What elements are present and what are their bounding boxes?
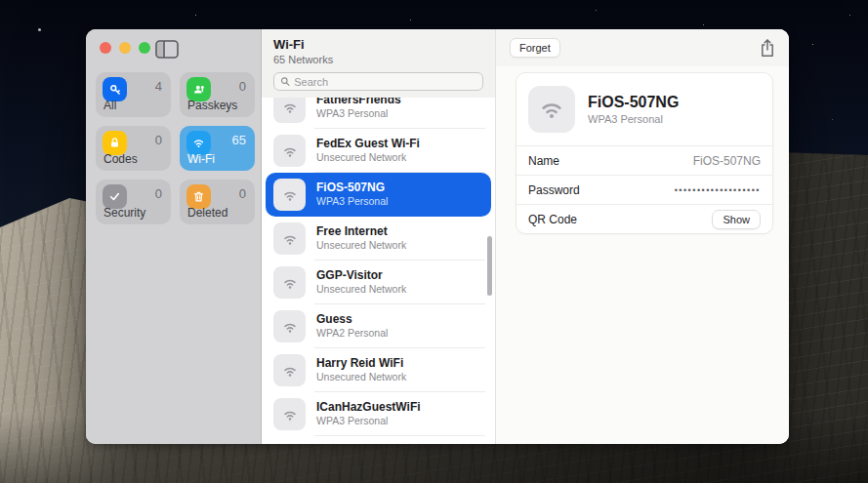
wifi-icon	[273, 398, 306, 430]
count-badge: 0	[239, 79, 246, 94]
zoom-button[interactable]	[139, 42, 150, 54]
scrollbar-thumb[interactable]	[487, 236, 492, 296]
wifi-icon	[273, 98, 306, 123]
sidebar-item-label: Security	[103, 206, 145, 220]
network-row[interactable]: ICanHazGuestWiFi WPA3 Personal	[266, 392, 491, 436]
password-row: Password •••••••••••••••••••	[517, 175, 772, 204]
search-icon	[280, 76, 290, 87]
name-label: Name	[528, 154, 559, 168]
count-badge: 0	[155, 133, 162, 147]
network-name: FedEx Guest Wi-Fi	[316, 137, 420, 151]
count-badge: 65	[232, 133, 246, 147]
wifi-icon	[273, 222, 306, 255]
network-name: Free Internet	[316, 224, 406, 239]
sidebar-item-passkeys[interactable]: 0 Passkeys	[180, 72, 255, 117]
network-row[interactable]: FathersFriends WPA3 Personal	[266, 98, 491, 129]
wifi-icon	[528, 86, 575, 133]
network-security: Unsecured Network	[316, 151, 420, 164]
network-name: FiOS-507NG	[316, 181, 388, 195]
network-security: WPA3 Personal	[316, 107, 401, 120]
password-masked-value: •••••••••••••••••••	[675, 185, 761, 195]
search-field[interactable]	[273, 72, 483, 91]
network-row[interactable]: GGP-Visitor Unsecured Network	[266, 261, 491, 304]
wallpaper-stars	[0, 0, 1, 1]
sidebar-item-label: Passkeys	[187, 99, 237, 112]
network-row[interactable]: Harry Reid WiFi Unsecured Network	[266, 348, 491, 392]
network-name: GGP-Visitor	[316, 268, 406, 283]
network-name: ICanHazGuestWiFi	[316, 400, 421, 415]
sidebar-item-codes[interactable]: 0 Codes	[96, 126, 171, 171]
count-badge: 0	[239, 186, 246, 201]
sidebar-item-deleted[interactable]: 0 Deleted	[180, 180, 255, 224]
qr-code-label: QR Code	[528, 213, 577, 226]
network-security: Unsecured Network	[316, 283, 406, 296]
password-label: Password	[528, 183, 580, 197]
network-row-selected[interactable]: FiOS-507NG WPA3 Personal	[266, 173, 491, 217]
wifi-icon	[273, 310, 306, 342]
count-badge: 0	[155, 186, 162, 201]
detail-toolbar: Forget	[496, 29, 789, 66]
network-security: Unsecured Network	[316, 239, 406, 252]
detail-panel: Forget FiOS-507NG WPA3 Personal Name FiO…	[496, 29, 789, 444]
name-value: FiOS-507NG	[693, 154, 761, 168]
network-list: FathersFriends WPA3 Personal FedEx Guest…	[262, 98, 495, 444]
count-badge: 4	[155, 79, 162, 94]
category-grid: 4 All 0 Passkeys 0 Codes	[96, 72, 255, 224]
network-security: Unsecured Network	[316, 371, 406, 383]
sidebar-item-label: Deleted	[187, 206, 227, 220]
network-detail-card: FiOS-507NG WPA3 Personal Name FiOS-507NG…	[516, 72, 773, 234]
sidebar-toggle-icon[interactable]	[155, 40, 179, 59]
name-row: Name FiOS-507NG	[517, 145, 772, 175]
forget-button[interactable]: Forget	[510, 38, 560, 58]
detail-header: FiOS-507NG WPA3 Personal	[517, 73, 772, 145]
list-title: Wi-Fi	[273, 37, 483, 52]
network-name: Guess	[316, 312, 388, 327]
wifi-icon	[273, 266, 306, 299]
wifi-icon	[273, 354, 306, 386]
sidebar-item-security[interactable]: 0 Security	[96, 180, 171, 224]
traffic-lights	[100, 42, 150, 54]
sidebar-item-label: All	[103, 99, 116, 112]
minimize-button[interactable]	[119, 42, 131, 54]
sidebar-item-wifi[interactable]: 65 Wi-Fi	[180, 126, 255, 171]
network-row[interactable]: Free Internet Unsecured Network	[266, 217, 491, 261]
network-name: FathersFriends	[316, 98, 401, 107]
sidebar: 4 All 0 Passkeys 0 Codes	[86, 29, 262, 444]
wifi-icon	[273, 135, 306, 167]
network-row[interactable]: Guess WPA2 Personal	[266, 304, 491, 348]
search-input[interactable]	[294, 76, 476, 88]
detail-subtitle: WPA3 Personal	[588, 113, 679, 125]
share-icon[interactable]	[760, 39, 775, 58]
network-security: WPA2 Personal	[316, 327, 388, 340]
network-list-column: Wi-Fi 65 Networks FathersFriends WPA3 Pe…	[262, 29, 496, 444]
list-header: Wi-Fi 65 Networks	[262, 29, 495, 98]
network-security: WPA3 Personal	[316, 415, 421, 427]
sidebar-item-all[interactable]: 4 All	[96, 72, 171, 117]
qr-code-row: QR Code Show	[517, 204, 772, 233]
wifi-icon	[273, 179, 306, 211]
network-row[interactable]: FedEx Guest Wi-Fi Unsecured Network	[266, 129, 491, 173]
network-security: WPA3 Personal	[316, 195, 388, 208]
sidebar-item-label: Codes	[103, 152, 138, 166]
detail-title: FiOS-507NG	[588, 94, 679, 111]
list-subtitle: 65 Networks	[273, 54, 483, 65]
sidebar-item-label: Wi-Fi	[187, 152, 215, 166]
network-name: Harry Reid WiFi	[316, 356, 406, 371]
show-qr-button[interactable]: Show	[712, 210, 761, 229]
passwords-window: 4 All 0 Passkeys 0 Codes	[86, 29, 789, 444]
close-button[interactable]	[100, 42, 111, 54]
